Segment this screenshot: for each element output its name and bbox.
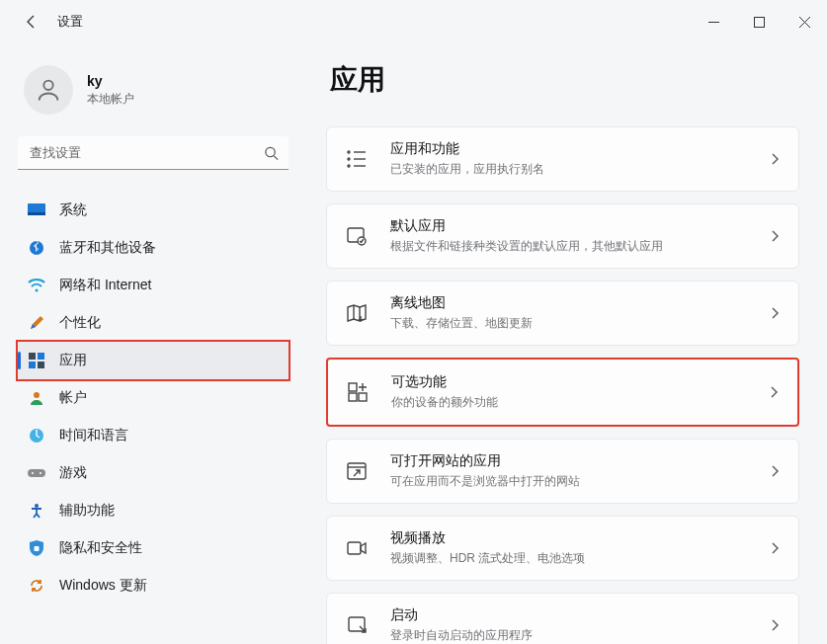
- card-text: 应用和功能 已安装的应用，应用执行别名: [390, 140, 769, 178]
- sidebar-item-label: 时间和语言: [59, 427, 128, 444]
- card-text: 离线地图 下载、存储位置、地图更新: [390, 294, 769, 332]
- chevron-right-icon: [769, 307, 781, 319]
- svg-line-6: [274, 156, 278, 160]
- card-subtitle: 可在应用而不是浏览器中打开的网站: [390, 473, 769, 490]
- close-button[interactable]: [782, 6, 827, 38]
- titlebar: 设置: [0, 0, 827, 43]
- svg-rect-35: [348, 542, 361, 554]
- body: ky 本地帐户 系统 蓝牙和其他设备: [0, 43, 827, 644]
- svg-rect-32: [359, 393, 367, 401]
- card-title: 默认应用: [390, 217, 769, 235]
- card-title: 可选功能: [391, 373, 768, 391]
- sidebar-item-label: 个性化: [59, 314, 101, 332]
- chevron-right-icon: [769, 230, 781, 242]
- sidebar-item-accounts[interactable]: 帐户: [18, 379, 289, 417]
- card-startup[interactable]: 启动 登录时自动启动的应用程序: [326, 593, 799, 644]
- card-title: 可打开网站的应用: [390, 452, 769, 470]
- brush-icon: [28, 314, 45, 332]
- chevron-right-icon: [769, 465, 781, 477]
- nav-list: 系统 蓝牙和其他设备 网络和 Internet 个性化 应用: [18, 192, 289, 604]
- back-button[interactable]: [14, 4, 49, 40]
- sidebar-item-label: 辅助功能: [59, 502, 115, 520]
- card-subtitle: 登录时自动启动的应用程序: [390, 627, 769, 644]
- profile-block[interactable]: ky 本地帐户: [18, 55, 289, 136]
- svg-point-22: [348, 151, 350, 153]
- sidebar-item-update[interactable]: Windows 更新: [18, 567, 289, 604]
- sidebar-item-label: 应用: [59, 352, 87, 369]
- card-title: 应用和功能: [390, 140, 769, 158]
- svg-rect-17: [28, 469, 45, 477]
- card-subtitle: 视频调整、HDR 流式处理、电池选项: [390, 550, 769, 567]
- sidebar-item-gaming[interactable]: 游戏: [18, 454, 289, 492]
- svg-rect-12: [38, 353, 44, 360]
- svg-rect-31: [349, 393, 357, 401]
- update-icon: [28, 577, 45, 595]
- sidebar-item-label: 帐户: [59, 389, 87, 407]
- minimize-button[interactable]: [691, 6, 736, 38]
- sidebar-item-system[interactable]: 系统: [18, 192, 289, 229]
- sidebar-item-personalize[interactable]: 个性化: [18, 304, 289, 342]
- accessibility-icon: [28, 502, 45, 520]
- apps-icon: [28, 352, 45, 369]
- svg-rect-13: [29, 362, 36, 368]
- sidebar-item-network[interactable]: 网络和 Internet: [18, 267, 289, 304]
- gamepad-icon: [28, 464, 45, 482]
- window-controls: [691, 6, 827, 38]
- card-subtitle: 已安装的应用，应用执行别名: [390, 161, 769, 178]
- avatar: [24, 65, 73, 115]
- default-app-icon: [345, 224, 369, 248]
- sidebar: ky 本地帐户 系统 蓝牙和其他设备: [0, 43, 296, 644]
- svg-rect-30: [349, 383, 357, 391]
- sidebar-item-apps[interactable]: 应用: [18, 342, 289, 379]
- sidebar-item-label: 隐私和安全性: [59, 539, 142, 557]
- card-text: 视频播放 视频调整、HDR 流式处理、电池选项: [390, 529, 769, 567]
- page-title: 应用: [330, 61, 799, 99]
- main-content: 应用 应用和功能 已安装的应用，应用执行别名 默认应用 根据文件和链接种类设置的…: [296, 43, 827, 644]
- svg-point-15: [34, 392, 40, 398]
- video-icon: [345, 536, 369, 560]
- person-icon: [35, 76, 62, 104]
- chevron-right-icon: [769, 542, 781, 554]
- card-title: 视频播放: [390, 529, 769, 547]
- sidebar-item-bluetooth[interactable]: 蓝牙和其他设备: [18, 229, 289, 267]
- maximize-button[interactable]: [736, 6, 782, 38]
- clock-globe-icon: [28, 427, 45, 444]
- card-default-apps[interactable]: 默认应用 根据文件和链接种类设置的默认应用，其他默认应用: [326, 203, 799, 269]
- accounts-icon: [28, 389, 45, 407]
- svg-point-26: [348, 165, 350, 167]
- card-web-apps[interactable]: 可打开网站的应用 可在应用而不是浏览器中打开的网站: [326, 439, 799, 504]
- window-link-icon: [345, 459, 369, 483]
- system-icon: [28, 201, 45, 219]
- card-video[interactable]: 视频播放 视频调整、HDR 流式处理、电池选项: [326, 516, 799, 581]
- settings-window: 设置 ky 本地帐户: [0, 0, 827, 644]
- wifi-icon: [28, 277, 45, 294]
- search-icon: [264, 146, 279, 161]
- sidebar-item-label: 网络和 Internet: [59, 277, 151, 294]
- svg-point-20: [35, 504, 39, 508]
- minimize-icon: [708, 17, 719, 28]
- sidebar-item-time[interactable]: 时间和语言: [18, 417, 289, 454]
- svg-rect-1: [754, 17, 764, 27]
- optional-features-icon: [346, 380, 370, 404]
- card-subtitle: 根据文件和链接种类设置的默认应用，其他默认应用: [390, 238, 769, 255]
- svg-rect-14: [38, 362, 44, 368]
- app-title: 设置: [57, 13, 83, 31]
- sidebar-item-privacy[interactable]: 隐私和安全性: [18, 529, 289, 567]
- card-apps-features[interactable]: 应用和功能 已安装的应用，应用执行别名: [326, 126, 799, 192]
- svg-point-5: [266, 147, 275, 156]
- bluetooth-icon: [28, 239, 45, 257]
- svg-point-19: [40, 472, 41, 474]
- list-icon: [345, 147, 369, 171]
- chevron-right-icon: [768, 386, 780, 398]
- card-text: 默认应用 根据文件和链接种类设置的默认应用，其他默认应用: [390, 217, 769, 255]
- card-subtitle: 你的设备的额外功能: [391, 394, 768, 411]
- search-input[interactable]: [18, 136, 289, 170]
- svg-point-24: [348, 158, 350, 160]
- svg-rect-21: [35, 546, 40, 551]
- svg-rect-11: [29, 353, 36, 360]
- chevron-right-icon: [769, 153, 781, 165]
- card-optional-features[interactable]: 可选功能 你的设备的额外功能: [326, 358, 799, 427]
- sidebar-item-accessibility[interactable]: 辅助功能: [18, 492, 289, 529]
- chevron-right-icon: [769, 619, 781, 631]
- card-offline-maps[interactable]: 离线地图 下载、存储位置、地图更新: [326, 281, 799, 346]
